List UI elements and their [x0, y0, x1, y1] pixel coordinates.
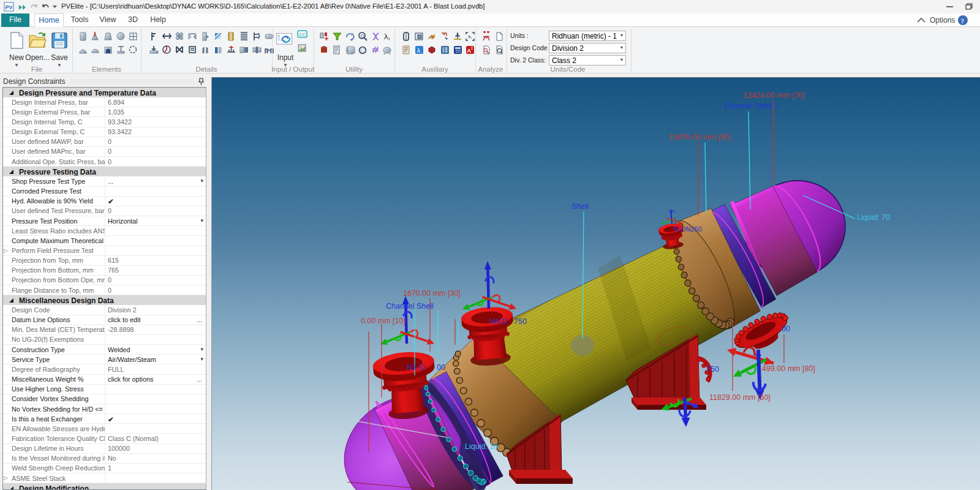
svg-text:00: 00 [782, 325, 790, 333]
svg-text:N4-D: N4-D [489, 317, 507, 326]
svg-text:Q: Q [361, 34, 364, 39]
svg-text:PV: PV [6, 4, 13, 10]
svg-text:λ: λ [417, 47, 421, 54]
svg-text:Shell: Shell [571, 202, 589, 211]
svg-text:499.00 mm [80]: 499.00 mm [80] [762, 364, 815, 373]
svg-text:N-DN250: N-DN250 [674, 225, 702, 233]
svg-text:10876.00 mm [50]: 10876.00 mm [50] [669, 133, 731, 141]
svg-text:CC: CC [299, 32, 306, 37]
svg-text:λ,: λ, [384, 32, 390, 41]
svg-text:a₁: a₁ [468, 34, 472, 39]
svg-text:N1-D: N1-D [407, 363, 424, 372]
svg-text:1670.00 mm [30]: 1670.00 mm [30] [403, 289, 461, 298]
svg-text:00: 00 [437, 363, 445, 372]
svg-text:11829.00 mm [60]: 11829.00 mm [60] [709, 393, 771, 402]
svg-text:750: 750 [706, 365, 719, 374]
svg-text:Channel Shell 2: Channel Shell 2 [724, 102, 778, 110]
svg-text:A: A [467, 47, 471, 54]
svg-text:Liquid: 70: Liquid: 70 [857, 213, 890, 222]
svg-text:?: ? [961, 17, 965, 24]
svg-text:0.00 mm [10]: 0.00 mm [10] [361, 317, 405, 325]
svg-text:13424.00 mm [70]: 13424.00 mm [70] [743, 91, 805, 100]
svg-text:Channel Shell: Channel Shell [386, 302, 434, 311]
svg-text:Options: Options [930, 16, 955, 24]
svg-text:750: 750 [514, 317, 527, 326]
svg-text:Liquid: 10: Liquid: 10 [465, 442, 498, 451]
